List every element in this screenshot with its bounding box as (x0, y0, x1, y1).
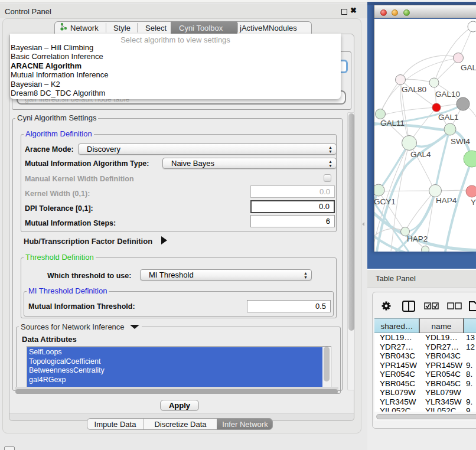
svg-text:HAP2: HAP2 (407, 234, 428, 243)
svg-text:SWI4: SWI4 (451, 137, 470, 146)
svg-text:HAP4: HAP4 (436, 196, 457, 205)
svg-text:GAL: GAL (461, 63, 476, 72)
svg-text:GAL4: GAL4 (410, 150, 431, 159)
svg-text:GAL10: GAL10 (435, 90, 460, 99)
svg-text:Y: Y (471, 198, 476, 207)
svg-text:GAL11: GAL11 (380, 119, 405, 128)
svg-text:GAL1: GAL1 (438, 113, 459, 122)
svg-text:GAL80: GAL80 (402, 85, 426, 94)
svg-text:GCY1: GCY1 (374, 197, 396, 206)
